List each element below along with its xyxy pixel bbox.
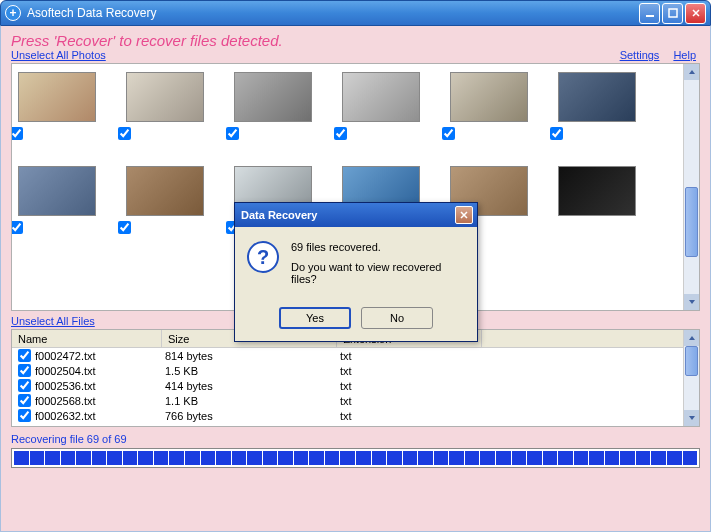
photo-checkbox[interactable] [118,127,131,140]
file-size: 1.1 KB [165,395,340,407]
photo-checkbox[interactable] [334,127,347,140]
file-row[interactable]: f0002536.txt414 bytestxt [12,378,699,393]
photo-item[interactable] [126,72,204,122]
file-name: f0002504.txt [35,365,165,377]
photo-item[interactable] [342,72,420,122]
progress-bar [11,448,700,468]
file-extension: txt [340,365,485,377]
file-checkbox[interactable] [18,409,31,422]
photo-checkbox[interactable] [118,221,131,234]
close-button[interactable] [685,3,706,24]
photo-thumbnail[interactable] [450,72,528,122]
photo-item[interactable] [558,166,636,216]
photo-thumbnail[interactable] [558,166,636,216]
dialog-message-line2: Do you want to view recovered files? [291,261,465,285]
scroll-thumb[interactable] [685,346,698,376]
photo-checkbox[interactable] [11,221,23,234]
file-list-panel: Name Size Extension f0002472.txt814 byte… [11,329,700,427]
file-extension: txt [340,350,485,362]
title-bar: + Asoftech Data Recovery [0,0,711,26]
question-icon: ? [247,241,279,273]
photo-item[interactable] [558,72,636,122]
scroll-down-icon[interactable] [684,294,699,310]
photo-thumbnail[interactable] [234,72,312,122]
recovery-dialog: Data Recovery ? 69 files recovered. Do y… [234,202,478,342]
file-name: f0002568.txt [35,395,165,407]
file-row[interactable]: f0002472.txt814 bytestxt [12,348,699,363]
photo-thumbnail[interactable] [18,166,96,216]
file-size: 414 bytes [165,380,340,392]
scroll-thumb[interactable] [685,187,698,257]
photo-thumbnail[interactable] [18,72,96,122]
file-size: 766 bytes [165,410,340,422]
dialog-title: Data Recovery [239,209,455,221]
unselect-all-files-link[interactable]: Unselect All Files [11,315,95,327]
photo-checkbox[interactable] [11,127,23,140]
scroll-up-icon[interactable] [684,64,699,80]
photo-checkbox[interactable] [550,127,563,140]
scroll-up-icon[interactable] [684,330,699,346]
photo-checkbox[interactable] [442,127,455,140]
dialog-message-line1: 69 files recovered. [291,241,465,253]
minimize-button[interactable] [639,3,660,24]
photo-item[interactable] [18,166,96,216]
file-size: 814 bytes [165,350,340,362]
photo-scrollbar[interactable] [683,64,699,310]
photo-item[interactable] [450,72,528,122]
unselect-all-photos-link[interactable]: Unselect All Photos [11,49,106,61]
scroll-down-icon[interactable] [684,410,699,426]
photo-thumbnail[interactable] [558,72,636,122]
file-row[interactable]: f0002504.txt1.5 KBtxt [12,363,699,378]
photo-thumbnail[interactable] [342,72,420,122]
svg-rect-1 [669,9,677,17]
yes-button[interactable]: Yes [279,307,351,329]
column-header-name[interactable]: Name [12,330,162,347]
file-checkbox[interactable] [18,379,31,392]
file-extension: txt [340,410,485,422]
file-checkbox[interactable] [18,364,31,377]
dialog-close-button[interactable] [455,206,473,224]
no-button[interactable]: No [361,307,433,329]
help-link[interactable]: Help [673,49,696,61]
file-size: 1.5 KB [165,365,340,377]
photo-thumbnail[interactable] [126,72,204,122]
svg-rect-0 [646,15,654,17]
file-name: f0002536.txt [35,380,165,392]
column-header-empty [482,330,699,347]
window-controls [639,3,706,24]
file-extension: txt [340,380,485,392]
photo-item[interactable] [18,72,96,122]
dialog-title-bar: Data Recovery [235,203,477,227]
app-icon: + [5,5,21,21]
file-name: f0002632.txt [35,410,165,422]
photo-item[interactable] [234,72,312,122]
progress-label: Recovering file 69 of 69 [11,433,700,445]
maximize-button[interactable] [662,3,683,24]
file-checkbox[interactable] [18,394,31,407]
file-name: f0002472.txt [35,350,165,362]
file-checkbox[interactable] [18,349,31,362]
photo-checkbox[interactable] [226,127,239,140]
file-scrollbar[interactable] [683,330,699,426]
top-link-row: Unselect All Photos Settings Help [11,49,700,61]
file-extension: txt [340,395,485,407]
instruction-text: Press 'Recover' to recover files detecte… [11,32,700,49]
settings-link[interactable]: Settings [620,49,660,61]
photo-item[interactable] [126,166,204,216]
photo-thumbnail[interactable] [126,166,204,216]
file-row[interactable]: f0002632.txt766 bytestxt [12,408,699,423]
window-title: Asoftech Data Recovery [27,6,639,20]
file-row[interactable]: f0002568.txt1.1 KBtxt [12,393,699,408]
